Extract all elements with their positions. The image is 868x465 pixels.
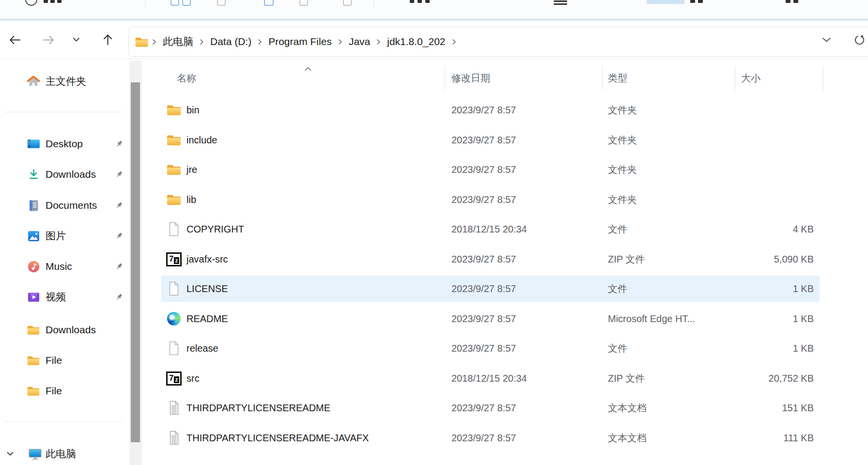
toolbar-separator	[145, 0, 146, 7]
breadcrumb-chevron-icon[interactable]	[376, 39, 381, 45]
forward-button[interactable]	[39, 30, 58, 49]
file-row-lib[interactable]: lib 2023/9/27 8:57 文件夹	[161, 186, 820, 213]
sidebar-item-pictures[interactable]: 图片	[2, 226, 127, 246]
file-icon	[166, 281, 182, 296]
sidebar-item-label: Documents	[46, 200, 97, 211]
breadcrumb-item-data-d[interactable]: Data (D:)	[210, 36, 251, 47]
sidebar-item-documents[interactable]: Documents	[2, 196, 127, 215]
7zip-icon: 7z	[166, 371, 182, 386]
sidebar-item-label: Desktop	[46, 138, 83, 150]
toolbar-icon-fragment	[418, 0, 422, 3]
file-name: release	[186, 335, 218, 361]
file-icon	[166, 221, 182, 237]
file-type: 文件夹	[608, 97, 637, 123]
column-divider[interactable]	[445, 66, 445, 90]
column-header-name[interactable]: 名称	[177, 63, 196, 93]
file-date: 2023/9/27 8:57	[451, 306, 516, 332]
toolbar-separator	[373, 0, 374, 7]
file-date: 2023/9/27 8:57	[451, 186, 516, 213]
sidebar-scrollbar-track[interactable]	[129, 61, 142, 465]
breadcrumb-chevron-icon[interactable]	[152, 39, 156, 45]
sidebar-item-downloads-folder[interactable]: Downloads	[2, 320, 127, 340]
file-type: 文件	[608, 216, 627, 242]
breadcrumb-chevron-icon[interactable]	[338, 39, 342, 45]
file-size: 20,752 KB	[769, 365, 814, 391]
file-size: 5,090 KB	[774, 246, 814, 272]
file-name: THIRDPARTYLICENSEREADME-JAVAFX	[186, 425, 369, 451]
file-row-thirdpartylicensereadme-javafx[interactable]: THIRDPARTYLICENSEREADME-JAVAFX 2023/9/27…	[161, 425, 820, 451]
column-header-type[interactable]: 类型	[608, 63, 627, 93]
file-row-release[interactable]: release 2023/9/27 8:57 文件 1 KB	[161, 335, 820, 361]
back-button[interactable]	[5, 30, 24, 49]
breadcrumb-item-jdk[interactable]: jdk1.8.0_202	[387, 36, 445, 47]
desktop-icon	[27, 137, 40, 151]
pin-icon	[115, 263, 123, 270]
file-size: 111 KB	[783, 425, 814, 451]
file-type: 文件夹	[608, 186, 637, 213]
sidebar-item-videos[interactable]: 视频	[2, 287, 127, 307]
breadcrumb-chevron-icon[interactable]	[200, 39, 204, 45]
file-row-readme[interactable]: README 2023/9/27 8:57 Microsoft Edge HT.…	[161, 306, 820, 332]
textdoc-icon	[166, 400, 182, 416]
sidebar-item-this-pc[interactable]: 此电脑	[2, 444, 127, 464]
sidebar-item-label: Downloads	[46, 169, 96, 180]
recent-locations-button[interactable]	[68, 30, 84, 49]
chevron-down-icon[interactable]	[7, 452, 14, 456]
chevron-down-icon	[74, 38, 79, 41]
file-row-jre[interactable]: jre 2023/9/27 8:57 文件夹	[161, 156, 820, 183]
file-row-bin[interactable]: bin 2023/9/27 8:57 文件夹	[161, 97, 820, 123]
toolbar-icon-fragment	[217, 0, 226, 6]
file-type: 文本文档	[608, 425, 647, 451]
folder-icon	[27, 384, 40, 398]
folder-icon	[166, 162, 182, 177]
pin-icon	[115, 232, 123, 240]
file-date: 2023/9/27 8:57	[451, 276, 516, 302]
file-row-copyright[interactable]: COPYRIGHT 2018/12/15 20:34 文件 4 KB	[161, 216, 820, 242]
file-type: 文本文档	[608, 395, 647, 421]
file-row-src[interactable]: 7z src 2018/12/15 20:34 ZIP 文件 20,752 KB	[161, 365, 820, 391]
toolbar-icon-fragment	[57, 0, 62, 3]
sidebar-item-desktop[interactable]: Desktop	[2, 134, 127, 154]
file-date: 2023/9/27 8:57	[451, 246, 516, 272]
sidebar-item-music[interactable]: Music	[2, 257, 127, 276]
file-row-include[interactable]: include 2023/9/27 8:57 文件夹	[161, 127, 820, 153]
sidebar-item-downloads[interactable]: Downloads	[2, 165, 127, 184]
sidebar-item-file-2[interactable]: File	[2, 381, 127, 401]
forward-arrow-icon	[44, 36, 53, 44]
refresh-button[interactable]	[851, 31, 868, 48]
file-type: ZIP 文件	[608, 246, 645, 272]
breadcrumb-chevron-icon[interactable]	[452, 39, 456, 45]
folder-icon	[166, 192, 182, 207]
column-header-size[interactable]: 大小	[741, 63, 760, 93]
file-date: 2018/12/15 20:34	[451, 365, 527, 391]
sidebar-item-file-1[interactable]: File	[2, 351, 127, 370]
toolbar-icon-fragment	[793, 0, 798, 3]
column-divider[interactable]	[602, 66, 603, 90]
file-row-javafx-src[interactable]: 7z javafx-src 2023/9/27 8:57 ZIP 文件 5,09…	[161, 246, 820, 272]
column-divider[interactable]	[823, 66, 823, 90]
file-type: Microsoft Edge HT...	[608, 306, 695, 332]
toolbar-icon-fragment	[44, 0, 48, 3]
breadcrumb-item-this-pc[interactable]: 此电脑	[163, 35, 193, 48]
breadcrumb-item-program-files[interactable]: Program Files	[268, 36, 332, 47]
file-row-thirdpartylicensereadme[interactable]: THIRDPARTYLICENSEREADME 2023/9/27 8:57 文…	[161, 395, 820, 421]
toolbar-icon-fragment	[410, 0, 414, 3]
file-size: 1 KB	[793, 306, 814, 332]
column-divider[interactable]	[735, 66, 735, 90]
file-date: 2023/9/27 8:57	[451, 395, 516, 421]
file-row-license[interactable]: LICENSE 2023/9/27 8:57 文件 1 KB	[161, 276, 820, 302]
pin-icon	[115, 170, 123, 178]
column-header-date-modified[interactable]: 修改日期	[451, 63, 490, 93]
breadcrumb-item-java[interactable]: Java	[349, 36, 370, 47]
breadcrumb-chevron-icon[interactable]	[258, 39, 262, 45]
toolbar-icon-fragment	[343, 0, 352, 6]
file-date: 2023/9/27 8:57	[451, 127, 516, 153]
address-dropdown-button[interactable]	[818, 31, 835, 48]
up-button[interactable]	[98, 30, 117, 49]
pin-icon	[115, 293, 123, 301]
address-bar[interactable]: 此电脑 Data (D:) Program Files Java jdk1.8.…	[128, 27, 868, 57]
file-size: 4 KB	[793, 216, 814, 242]
sidebar-scrollbar-thumb[interactable]	[131, 82, 140, 442]
address-folder-icon[interactable]	[134, 36, 149, 48]
textdoc-icon	[166, 430, 182, 446]
